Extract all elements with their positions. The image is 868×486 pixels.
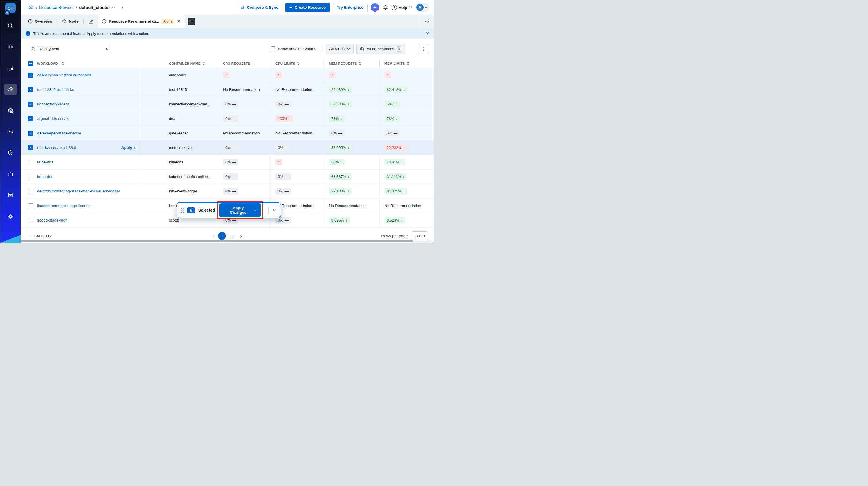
package-icon[interactable]	[4, 105, 17, 116]
row-checkbox[interactable]: ✓	[28, 116, 33, 121]
workload-link[interactable]: kube-dns	[37, 175, 54, 179]
search-input[interactable]	[38, 47, 103, 51]
workload-link[interactable]: kube-dns	[37, 160, 54, 164]
help-menu[interactable]: ? Help	[392, 5, 412, 10]
row-checkbox[interactable]	[28, 174, 33, 179]
ai-assistant-icon[interactable]: ✦	[371, 3, 379, 12]
table-row: ✓metrics-server-v1.33.0Apply›metrics-ser…	[21, 141, 434, 155]
recommendation-badge-red: ↑	[329, 72, 336, 79]
recommendation-badge-green: 8.626%↓	[329, 217, 350, 223]
table-row: kube-dnskubedns-metrics-collec...0%—0%—6…	[21, 170, 434, 184]
workload-link[interactable]: license-manager-stage-license	[37, 204, 91, 208]
row-checkbox[interactable]: ✓	[28, 145, 33, 150]
column-header-mem-requests[interactable]: MEM REQUESTS	[324, 59, 379, 68]
table-row: ✓argocd-dex-serverdex0%—100%↑78%↓78%↓	[21, 112, 434, 126]
row-checkbox[interactable]: ✓	[28, 101, 33, 107]
cluster-chevron-down-icon[interactable]	[112, 5, 116, 10]
column-header-container-name[interactable]: CONTAINER NAME	[140, 59, 218, 68]
column-header-mem-limits[interactable]: MEM LIMITS	[379, 59, 434, 68]
row-checkbox[interactable]: ✓	[28, 87, 33, 92]
workload-link[interactable]: konnectivity-agent	[37, 102, 69, 106]
tab-terminal[interactable]: >_	[185, 14, 198, 28]
workload-link[interactable]: scoop-stage-mon	[37, 218, 67, 222]
user-menu[interactable]: A	[415, 3, 430, 12]
app-window: ST	[0, 0, 434, 243]
workload-link[interactable]: argocd-dex-server	[37, 116, 69, 121]
workload-link[interactable]: test-12345-default-ks	[37, 87, 74, 92]
row-apply-link[interactable]: Apply›	[121, 145, 135, 150]
refresh-icon[interactable]	[421, 19, 434, 24]
row-checkbox[interactable]	[28, 218, 33, 223]
search-icon[interactable]	[4, 20, 17, 32]
try-enterprise-label: Try Enterprise	[337, 5, 364, 9]
horizontal-scrollbar[interactable]	[21, 240, 433, 242]
cost-chart-icon[interactable]	[4, 126, 17, 138]
column-header-cpu-limits[interactable]: CPU LIMITS	[271, 59, 324, 68]
namespace-filter-select[interactable]: All namespaces N	[356, 44, 405, 54]
rows-per-page: Rows per page 100 ▾	[381, 232, 428, 240]
recommendation-value: 0%	[278, 189, 283, 193]
workload-link[interactable]: calico-typha-vertical-autoscaler	[37, 73, 91, 77]
resource-browser-icon[interactable]	[4, 84, 17, 95]
page-button-2[interactable]: 2	[228, 232, 236, 240]
select-all-checkbox[interactable]	[28, 61, 33, 66]
rows-per-page-select[interactable]: 100 ▾	[411, 232, 428, 240]
recommendation-value: 92.188%	[331, 189, 346, 193]
page-button-1[interactable]: 1	[218, 232, 226, 240]
previous-page-icon[interactable]: ‹	[211, 233, 215, 239]
create-resource-label: Create Resource	[294, 5, 326, 9]
recommendation-badge-gray: 0%—	[384, 130, 400, 136]
trend-down-icon: ↓	[401, 218, 403, 222]
scrollbar-thumb[interactable]	[21, 240, 413, 242]
row-checkbox[interactable]	[28, 160, 33, 165]
create-resource-button[interactable]: + Create Resource	[285, 3, 330, 12]
workload-link[interactable]: gatekeeper-stage-license	[37, 131, 81, 135]
more-options-kebab-icon[interactable]: ⋮	[419, 44, 428, 54]
gear-icon[interactable]	[4, 211, 17, 222]
app-logo[interactable]: ST	[5, 3, 16, 13]
selection-bar-close-icon[interactable]: ×	[272, 207, 277, 213]
trend-flat-icon: —	[285, 189, 289, 193]
tab-close-icon[interactable]: ×	[177, 19, 181, 24]
next-page-icon[interactable]: ›	[239, 233, 243, 239]
cluster-name: default_cluster	[79, 5, 110, 10]
row-checkbox[interactable]	[28, 189, 33, 194]
compare-sync-button[interactable]: ⇄ Compare & Sync	[237, 3, 282, 12]
show-absolute-checkbox[interactable]	[271, 47, 276, 51]
tab-overview[interactable]: Overview	[26, 19, 54, 24]
breadcrumb-kebab-icon[interactable]: ⋮	[118, 5, 127, 10]
row-checkbox[interactable]	[28, 203, 33, 208]
workload-link[interactable]: devtron-monitoring-stage-mon-k8s-event-l…	[37, 189, 120, 193]
row-checkbox[interactable]: ✓	[28, 72, 33, 78]
cpu-limits-cell: 100%↑	[271, 112, 324, 126]
recommendation-badge-green: 73.81%↓	[384, 159, 405, 165]
tab-monitoring[interactable]	[87, 19, 95, 24]
container-name-cell: k8s-event-logger	[140, 184, 218, 198]
monitor-gear-icon[interactable]	[4, 62, 17, 74]
apply-changes-annotation: Apply Changes ›	[219, 203, 261, 217]
shield-check-icon[interactable]	[4, 147, 17, 159]
database-sync-icon[interactable]	[4, 190, 17, 201]
column-header-cpu-requests[interactable]: CPU REQUESTS ↑	[218, 59, 271, 68]
globe-icon[interactable]	[4, 41, 17, 53]
mem-requests-cell: 8.626%↓	[324, 213, 379, 227]
recommendation-value: 0%	[331, 131, 337, 135]
tab-resource-recommendations[interactable]: Resource Recommendati... Alpha ×	[98, 14, 185, 28]
tab-node[interactable]: Node	[60, 19, 81, 24]
apply-changes-button[interactable]: Apply Changes ›	[219, 203, 261, 217]
drag-handle-icon[interactable]	[181, 208, 184, 213]
workload-link[interactable]: metrics-server-v1.33.0	[37, 146, 76, 150]
column-header-workload[interactable]: WORKLOAD	[21, 59, 140, 68]
robot-icon[interactable]	[4, 169, 17, 180]
workload-cell: ✓calico-typha-vertical-autoscaler	[21, 68, 140, 82]
notifications-bell-icon[interactable]	[383, 5, 389, 10]
banner-close-icon[interactable]: ×	[426, 30, 429, 36]
tab-overview-label: Overview	[35, 19, 52, 24]
kind-filter-select[interactable]: All Kinds	[326, 44, 353, 54]
recommendation-badge-green: 78%↓	[384, 115, 400, 122]
try-enterprise-button[interactable]: Try Enterprise	[333, 3, 368, 12]
show-absolute-values-toggle[interactable]: Show absolute values	[271, 47, 316, 51]
breadcrumb-resource-browser-link[interactable]: Resource Browser	[39, 5, 74, 10]
row-checkbox[interactable]: ✓	[28, 131, 33, 136]
search-clear-icon[interactable]: ×	[105, 47, 108, 52]
